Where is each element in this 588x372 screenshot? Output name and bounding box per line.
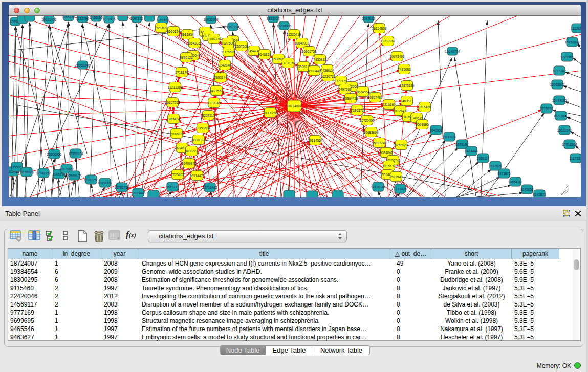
svg-text:30975867: 30975867: [59, 167, 74, 171]
svg-text:15716485: 15716485: [203, 186, 217, 189]
svg-text:5498222: 5498222: [185, 149, 198, 153]
svg-text:9463627: 9463627: [400, 99, 413, 103]
svg-text:2718176: 2718176: [175, 71, 188, 74]
svg-text:3267110: 3267110: [202, 114, 215, 117]
svg-text:9474444: 9474444: [465, 149, 478, 153]
svg-text:1733426: 1733426: [394, 187, 407, 191]
svg-text:15751074: 15751074: [565, 40, 580, 44]
svg-text:3215953: 3215953: [540, 107, 553, 111]
svg-text:8990448: 8990448: [308, 69, 321, 73]
svg-text:18640910: 18640910: [295, 41, 310, 45]
svg-text:1667135: 1667135: [130, 17, 143, 20]
svg-text:11353594: 11353594: [195, 126, 210, 130]
svg-text:7357224: 7357224: [226, 25, 239, 29]
svg-text:19218506: 19218506: [277, 24, 292, 28]
svg-text:2803144: 2803144: [214, 76, 227, 79]
svg-text:17359934: 17359934: [69, 152, 83, 156]
svg-text:20055346: 20055346: [75, 63, 90, 67]
svg-text:11156829: 11156829: [19, 170, 34, 174]
svg-text:10973493: 10973493: [390, 55, 405, 58]
svg-text:6497568: 6497568: [338, 87, 352, 91]
svg-text:9699695: 9699695: [416, 123, 429, 126]
svg-text:6466160: 6466160: [90, 16, 103, 19]
svg-text:12975135: 12975135: [400, 84, 415, 87]
svg-text:2087682: 2087682: [362, 17, 375, 20]
svg-text:3624554: 3624554: [356, 90, 369, 94]
svg-text:7386372: 7386372: [351, 108, 364, 112]
svg-text:9777169: 9777169: [334, 79, 347, 83]
svg-text:1349579: 1349579: [410, 116, 423, 120]
svg-text:9657771: 9657771: [166, 185, 179, 189]
svg-text:7632621: 7632621: [489, 164, 502, 168]
svg-text:20364436: 20364436: [343, 97, 358, 100]
svg-text:10543362: 10543362: [187, 41, 202, 45]
svg-text:1965494: 1965494: [167, 117, 180, 121]
svg-text:1167531: 1167531: [570, 157, 581, 160]
svg-text:12942757: 12942757: [36, 171, 51, 175]
svg-text:16648784: 16648784: [445, 50, 460, 53]
svg-text:8878332: 8878332: [192, 138, 205, 142]
svg-text:16914479: 16914479: [190, 174, 205, 178]
svg-text:9327508: 9327508: [221, 41, 234, 45]
svg-text:1112857: 1112857: [571, 27, 581, 30]
svg-text:16782759: 16782759: [115, 186, 129, 189]
svg-text:9329966: 9329966: [560, 55, 574, 59]
svg-text:13220157: 13220157: [281, 61, 296, 65]
svg-text:19166827: 19166827: [169, 132, 184, 136]
svg-text:17016504: 17016504: [562, 143, 577, 146]
svg-text:1640953: 1640953: [429, 128, 443, 132]
svg-text:12323446: 12323446: [131, 191, 146, 195]
svg-text:2935114: 2935114: [477, 157, 490, 160]
svg-text:8813054: 8813054: [267, 17, 280, 20]
svg-text:16210643: 16210643: [554, 114, 569, 118]
svg-text:11325419: 11325419: [287, 33, 301, 36]
svg-text:9146821: 9146821: [258, 53, 271, 56]
svg-text:12505135: 12505135: [67, 174, 82, 178]
svg-text:9084067: 9084067: [380, 151, 393, 155]
svg-text:8186328: 8186328: [207, 37, 221, 41]
svg-text:20206536: 20206536: [47, 152, 62, 156]
svg-text:8938923: 8938923: [443, 135, 456, 139]
svg-text:8471676: 8471676: [497, 172, 511, 176]
svg-text:15720407: 15720407: [360, 119, 375, 122]
svg-text:9242848: 9242848: [218, 63, 231, 67]
svg-text:8427552: 8427552: [210, 89, 223, 93]
svg-text:2522540: 2522540: [389, 175, 403, 179]
svg-text:6375685: 6375685: [222, 50, 235, 54]
svg-text:18724007: 18724007: [287, 104, 302, 108]
svg-text:10958107: 10958107: [98, 181, 113, 185]
svg-text:10688609: 10688609: [364, 130, 379, 134]
svg-text:8660124: 8660124: [167, 30, 180, 33]
svg-text:15692971: 15692971: [557, 128, 572, 132]
svg-text:9245873: 9245873: [533, 193, 546, 196]
svg-text:16210721: 16210721: [321, 75, 336, 78]
svg-text:6794028: 6794028: [320, 68, 334, 72]
svg-text:6216160: 6216160: [382, 103, 396, 106]
svg-text:18300295: 18300295: [263, 111, 278, 115]
svg-text:15409948: 15409948: [182, 162, 197, 165]
svg-text:16154808: 16154808: [372, 27, 387, 30]
svg-text:9245052: 9245052: [520, 188, 534, 191]
svg-text:1065328: 1065328: [62, 16, 75, 19]
svg-text:1615132: 1615132: [382, 164, 396, 168]
svg-text:9115460: 9115460: [419, 105, 431, 109]
svg-text:7152760: 7152760: [76, 17, 89, 20]
svg-text:8912954: 8912954: [181, 33, 194, 36]
svg-text:10654112: 10654112: [508, 180, 523, 184]
svg-text:7151526: 7151526: [156, 18, 169, 22]
svg-text:9227342: 9227342: [553, 69, 566, 73]
svg-text:10807487: 10807487: [368, 96, 383, 99]
svg-text:7955812: 7955812: [313, 58, 326, 61]
svg-text:2367608: 2367608: [235, 45, 248, 48]
svg-text:7663822: 7663822: [155, 26, 168, 30]
svg-text:12444195: 12444195: [552, 99, 567, 102]
svg-text:7625402: 7625402: [171, 173, 184, 177]
svg-text:19384554: 19384554: [308, 139, 323, 142]
svg-text:12213382: 12213382: [168, 85, 183, 89]
svg-text:12093872: 12093872: [550, 83, 565, 86]
svg-text:20691406: 20691406: [42, 18, 57, 21]
svg-text:16033809: 16033809: [204, 18, 219, 21]
svg-text:16961758: 16961758: [302, 50, 317, 53]
svg-text:17957253: 17957253: [84, 178, 99, 182]
svg-text:16107553: 16107553: [165, 101, 180, 104]
